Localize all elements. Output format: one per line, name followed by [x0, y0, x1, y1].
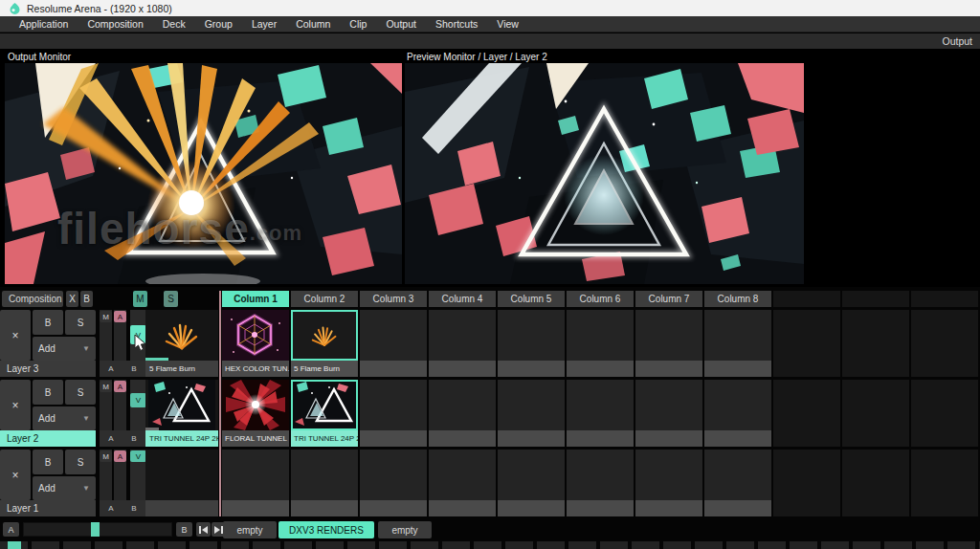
layer2-audio-button[interactable]: A	[114, 381, 126, 392]
empty-clip-cell[interactable]	[635, 310, 702, 377]
menu-clip[interactable]: Clip	[340, 18, 376, 30]
empty-clip-cell[interactable]	[360, 310, 427, 377]
layer1-a-label[interactable]: A	[100, 504, 122, 513]
menu-output[interactable]: Output	[376, 18, 426, 30]
layer2-solo-button[interactable]: S	[65, 380, 96, 405]
layer3-a-label[interactable]: A	[100, 364, 122, 373]
empty-clip-cell[interactable]	[222, 450, 289, 516]
layer1-bypass-button[interactable]: B	[33, 450, 63, 474]
clip-name[interactable]: TRI TUNNEL 24P 2K	[291, 430, 358, 447]
composition-bypass-button[interactable]: B	[80, 291, 93, 307]
deck-tab-dxv3-renders[interactable]: DXV3 RENDERS	[278, 521, 374, 538]
crossfader-a-button[interactable]: A	[3, 522, 19, 537]
previous-column-button[interactable]	[196, 522, 211, 537]
menu-group[interactable]: Group	[195, 18, 242, 30]
layer1-mute-button[interactable]: M	[100, 450, 112, 462]
layer1-b-label[interactable]: B	[122, 504, 145, 513]
layer1-video-button[interactable]: V	[130, 450, 146, 462]
layer1-ab-toggle[interactable]: A B	[100, 500, 145, 516]
preview-monitor-video[interactable]	[405, 63, 804, 284]
clip-cell-flame-burn-selected[interactable]: 5 Flame Burn	[291, 310, 358, 377]
empty-clip-cell[interactable]	[635, 450, 702, 516]
layer3-solo-button[interactable]: S	[65, 310, 96, 335]
crossfader-b-button[interactable]: B	[176, 522, 192, 537]
column-header-3[interactable]: Column 3	[360, 291, 427, 307]
layer1-solo-button[interactable]: S	[65, 450, 96, 474]
empty-clip-cell[interactable]	[429, 310, 496, 377]
empty-clip-cell[interactable]	[498, 450, 565, 516]
layer3-blendmode-dropdown[interactable]: Add ▼	[33, 337, 96, 361]
layer3-ab-toggle[interactable]: A B	[100, 361, 145, 377]
clip-name[interactable]: 5 Flame Burn	[291, 361, 358, 377]
layer1-audio-button[interactable]: A	[114, 450, 126, 462]
menu-layer[interactable]: Layer	[242, 18, 286, 30]
layer3-mute-button[interactable]: M	[100, 311, 112, 322]
layer2-active-clip-name[interactable]: TRI TUNNEL 24P 2K	[145, 430, 218, 447]
empty-clip-cell[interactable]	[429, 380, 496, 447]
layer3-clear-button[interactable]: ×	[0, 310, 31, 361]
deck-tab-empty-2[interactable]: empty	[378, 521, 432, 538]
column-header-2[interactable]: Column 2	[291, 291, 358, 307]
menu-view[interactable]: View	[487, 18, 528, 30]
composition-clear-button[interactable]: X	[66, 291, 78, 307]
layer1-blendmode-dropdown[interactable]: Add ▼	[33, 476, 96, 500]
layer3-active-clip-name[interactable]: 5 Flame Burn	[145, 361, 218, 377]
output-panel-label[interactable]: Output	[942, 35, 972, 47]
bottom-active-cell[interactable]	[8, 541, 21, 549]
layer2-mute-button[interactable]: M	[100, 381, 112, 392]
layer3-bypass-button[interactable]: B	[33, 310, 63, 335]
empty-clip-cell[interactable]	[360, 450, 427, 516]
layer2-name[interactable]: Layer 2	[0, 430, 96, 447]
composition-master-button[interactable]: M	[133, 291, 147, 307]
menu-composition[interactable]: Composition	[78, 18, 152, 30]
empty-clip-cell[interactable]	[360, 380, 427, 447]
layer1-clear-button[interactable]: ×	[0, 450, 31, 500]
clip-cell-floral-tunnel[interactable]: FLORAL TUNNEL ...	[222, 380, 289, 447]
empty-clip-cell[interactable]	[498, 310, 565, 377]
column-header-7[interactable]: Column 7	[635, 291, 702, 307]
column-header-1[interactable]: Column 1	[222, 291, 289, 307]
layer2-b-label[interactable]: B	[122, 434, 145, 443]
output-monitor-label: Output Monitor	[8, 52, 71, 62]
empty-clip-cell[interactable]	[567, 450, 634, 516]
empty-clip-cell[interactable]	[704, 380, 771, 447]
column-header-6[interactable]: Column 6	[567, 291, 634, 307]
crossfader-handle[interactable]	[91, 522, 100, 537]
empty-clip-cell[interactable]	[704, 310, 771, 377]
clip-cell-hex-color-tunnel[interactable]: HEX COLOR TUN...	[222, 310, 289, 377]
empty-clip-cell[interactable]	[635, 380, 702, 447]
deck-tab-empty-1[interactable]: empty	[223, 521, 277, 538]
layer1-name[interactable]: Layer 1	[0, 500, 96, 516]
layer3-name[interactable]: Layer 3	[0, 361, 96, 377]
layer2-ab-toggle[interactable]: A B	[100, 430, 145, 447]
clip-name[interactable]: FLORAL TUNNEL ...	[222, 430, 289, 447]
layer2-bypass-button[interactable]: B	[33, 380, 63, 405]
empty-clip-cell[interactable]	[567, 380, 634, 447]
layer2-clear-button[interactable]: ×	[0, 380, 31, 430]
composition-button[interactable]: Composition	[2, 291, 63, 307]
layer3-b-label[interactable]: B	[122, 364, 145, 373]
menu-deck[interactable]: Deck	[153, 18, 195, 30]
skip-next-icon	[214, 526, 223, 534]
empty-clip-cell[interactable]	[498, 380, 565, 447]
column-header-4[interactable]: Column 4	[429, 291, 496, 307]
empty-clip-cell[interactable]	[704, 450, 771, 516]
column-header-5[interactable]: Column 5	[498, 291, 565, 307]
empty-clip-cell[interactable]	[429, 450, 496, 516]
clip-cell-tri-tunnel-selected[interactable]: TRI TUNNEL 24P 2K	[291, 380, 358, 447]
menu-application[interactable]: Application	[10, 18, 78, 30]
column-header-8[interactable]: Column 8	[704, 291, 771, 307]
clip-name[interactable]: HEX COLOR TUN...	[222, 361, 289, 377]
layer2-blendmode-dropdown[interactable]: Add ▼	[33, 406, 96, 430]
empty-clip-cell[interactable]	[291, 450, 358, 516]
layer2-video-button[interactable]: V	[130, 393, 146, 407]
menu-column[interactable]: Column	[286, 18, 340, 30]
output-monitor-video[interactable]	[5, 63, 402, 284]
layer1-active-clip-name[interactable]	[145, 500, 218, 516]
layer2-a-label[interactable]: A	[100, 434, 122, 443]
crossfader-track[interactable]	[23, 522, 172, 537]
layer3-audio-button[interactable]: A	[114, 311, 126, 322]
empty-clip-cell[interactable]	[567, 310, 634, 377]
composition-solo-button[interactable]: S	[164, 291, 178, 307]
menu-shortcuts[interactable]: Shortcuts	[426, 18, 487, 30]
